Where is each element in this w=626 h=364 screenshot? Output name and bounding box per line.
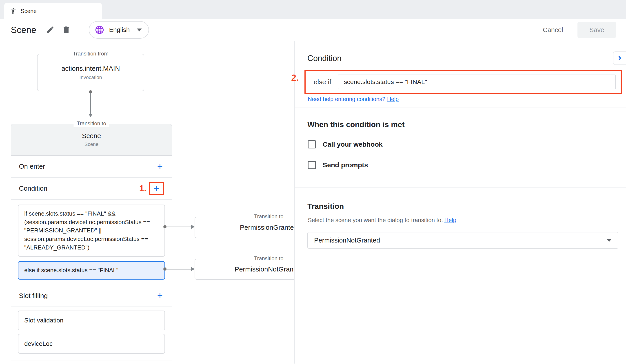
save-button[interactable]: Save (578, 22, 616, 38)
add-on-enter-button[interactable]: + (156, 162, 164, 171)
browser-tab-scene[interactable]: Scene (4, 3, 102, 19)
connector-line (166, 269, 192, 269)
language-label: English (109, 26, 130, 34)
transition-title: Transition (307, 202, 344, 211)
transition-from-node[interactable]: Transition from actions.intent.MAIN Invo… (37, 54, 144, 91)
transition-to-legend: Transition to (74, 120, 109, 127)
target-scene-name: PermissionGranted (240, 224, 294, 231)
intent-name: actions.intent.MAIN (61, 65, 120, 72)
connector-dot (163, 225, 166, 228)
annotation-step-1: 1. (139, 184, 147, 193)
scene-card-title: Scene (82, 132, 101, 140)
panel-title: Condition (307, 54, 342, 63)
on-enter-label: On enter (19, 163, 45, 170)
trash-icon (62, 25, 71, 34)
target-scene-name: PermissionNotGranted (235, 265, 294, 273)
transition-description-text: Select the scene you want the dialog to … (308, 217, 443, 223)
scene-card-subtitle: Scene (84, 142, 98, 147)
divider (295, 187, 626, 187)
connector-dot (163, 267, 166, 271)
divider (11, 360, 172, 361)
when-condition-met-title: When this condition is met (307, 120, 405, 129)
intent-type: Invocation (79, 74, 102, 80)
selected-scene-value: PermissionNotGranted (314, 237, 380, 244)
collapse-panel-button[interactable]: › (613, 51, 626, 65)
assistant-person-icon (10, 8, 17, 14)
condition-prefix-label: else if (311, 78, 331, 86)
cancel-button[interactable]: Cancel (542, 26, 564, 34)
condition-list: if scene.slots.status == "FINAL" && (ses… (11, 200, 172, 285)
permission-granted-node[interactable]: Transition to PermissionGranted (195, 217, 294, 238)
delete-scene-button[interactable] (58, 22, 74, 38)
transition-to-legend: Transition to (251, 255, 286, 262)
transition-description: Select the scene you want the dialog to … (308, 217, 456, 224)
connector-arrowhead-right (191, 267, 195, 271)
condition-item-2-selected[interactable]: else if scene.slots.status == "FINAL" (18, 261, 165, 280)
send-prompts-checkbox[interactable] (308, 161, 316, 169)
divider (295, 108, 626, 108)
condition-label: Condition (19, 184, 47, 192)
permission-not-granted-node[interactable]: Transition to PermissionNotGranted (195, 259, 294, 280)
main: Transition from actions.intent.MAIN Invo… (0, 41, 626, 364)
connector-arrowhead-right (191, 225, 195, 229)
call-webhook-checkbox[interactable] (308, 140, 316, 148)
tab-title: Scene (21, 8, 37, 14)
chevron-right-icon: › (618, 52, 621, 62)
scene-card-header[interactable]: Scene Scene (11, 124, 172, 156)
globe-icon (95, 25, 105, 35)
on-enter-section-row: On enter + (11, 156, 172, 177)
annotation-step-2: 2. (291, 73, 299, 83)
chevron-down-icon (607, 239, 612, 242)
connector-arrowhead-down (88, 114, 93, 117)
transition-from-legend: Transition from (70, 50, 112, 57)
condition-expression-input[interactable] (338, 74, 616, 89)
help-question-text: Need help entering conditions? (308, 96, 385, 102)
condition-section-row: Condition 1. + (11, 178, 172, 199)
connector-line (90, 93, 91, 114)
send-prompts-row[interactable]: Send prompts (308, 160, 368, 170)
scene-graph-canvas: Transition from actions.intent.MAIN Invo… (0, 41, 294, 364)
pencil-icon (46, 25, 55, 34)
chevron-down-icon (137, 29, 142, 32)
add-condition-button[interactable]: + (152, 184, 161, 193)
call-webhook-row[interactable]: Call your webhook (308, 139, 383, 150)
conditions-help-line: Need help entering conditions?Help (308, 96, 399, 102)
scene-card: Transition to Scene Scene On enter + Con… (11, 124, 172, 364)
slot-validation-item[interactable]: Slot validation (18, 311, 165, 330)
language-selector[interactable]: English (89, 21, 149, 39)
deviceloc-item[interactable]: deviceLoc (18, 334, 165, 354)
annotation-box-1: + (149, 182, 164, 195)
transition-scene-select[interactable]: PermissionNotGranted (307, 232, 618, 249)
transition-to-legend: Transition to (251, 213, 286, 219)
page-title: Scene (11, 25, 36, 35)
edit-scene-button[interactable] (42, 22, 58, 38)
slot-filling-section-row: Slot filling + (11, 285, 172, 306)
add-slot-button[interactable]: + (156, 291, 164, 300)
browser-tab-strip: Scene (0, 0, 626, 19)
slot-filling-label: Slot filling (19, 292, 48, 299)
annotation-box-2: 2. else if (305, 70, 622, 94)
transition-help-link[interactable]: Help (444, 217, 456, 223)
connector-line (166, 227, 192, 227)
condition-editor-panel: › Condition 2. else if Need help enterin… (294, 41, 626, 364)
header: Scene English Cancel Save (0, 19, 626, 41)
call-webhook-label: Call your webhook (323, 141, 383, 148)
send-prompts-label: Send prompts (323, 161, 368, 169)
condition-item-1[interactable]: if scene.slots.status == "FINAL" && (ses… (18, 205, 165, 257)
conditions-help-link[interactable]: Help (387, 96, 399, 102)
divider (11, 306, 172, 307)
